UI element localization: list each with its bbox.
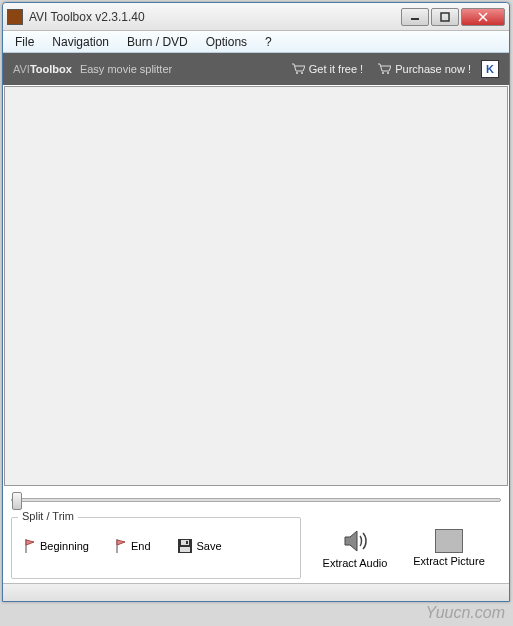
menu-burn-dvd[interactable]: Burn / DVD [119,33,196,51]
get-free-link[interactable]: Get it free ! [291,63,363,75]
menu-options[interactable]: Options [198,33,255,51]
statusbar [3,583,509,601]
kc-logo-icon[interactable]: K [481,60,499,78]
menubar: File Navigation Burn / DVD Options ? [3,31,509,53]
beginning-label: Beginning [40,540,89,552]
split-buttons: Beginning End Save [20,534,292,558]
menu-file[interactable]: File [7,33,42,51]
menu-navigation[interactable]: Navigation [44,33,117,51]
end-button[interactable]: End [111,535,155,557]
flag-icon [24,539,36,553]
close-icon [478,12,488,22]
window-controls [401,8,505,26]
app-icon [7,9,23,25]
speaker-icon [341,527,369,555]
svg-rect-12 [180,547,190,552]
timeline-slider-area [3,487,509,513]
maximize-button[interactable] [431,8,459,26]
save-label: Save [197,540,222,552]
svg-point-5 [301,72,303,74]
minimize-button[interactable] [401,8,429,26]
svg-point-4 [296,72,298,74]
beginning-button[interactable]: Beginning [20,535,93,557]
extract-picture-label: Extract Picture [413,555,485,567]
watermark: Yuucn.com [426,604,505,622]
bottom-panel: Split / Trim Beginning End Save Extract … [3,513,509,583]
timeline-slider[interactable] [11,498,501,502]
slider-thumb[interactable] [12,492,22,510]
get-free-label: Get it free ! [309,63,363,75]
purchase-label: Purchase now ! [395,63,471,75]
window-title: AVI Toolbox v2.3.1.40 [29,10,401,24]
titlebar: AVI Toolbox v2.3.1.40 [3,3,509,31]
close-button[interactable] [461,8,505,26]
split-trim-group: Split / Trim Beginning End Save [11,517,301,579]
flag-icon [115,539,127,553]
minimize-icon [410,12,420,22]
extract-audio-button[interactable]: Extract Audio [315,517,395,579]
extract-picture-button[interactable]: Extract Picture [409,517,489,579]
video-preview-area [4,86,508,486]
app-window: AVI Toolbox v2.3.1.40 File Navigation Bu… [2,2,510,602]
menu-help[interactable]: ? [257,33,280,51]
maximize-icon [440,12,450,22]
purchase-link[interactable]: Purchase now ! [377,63,471,75]
svg-rect-1 [441,13,449,21]
picture-icon [435,529,463,553]
brand-label: AVIToolbox [13,63,72,75]
tagline: Easy movie splitter [80,63,277,75]
svg-rect-13 [186,541,188,544]
svg-point-6 [382,72,384,74]
split-legend: Split / Trim [18,510,78,522]
promo-toolbar: AVIToolbox Easy movie splitter Get it fr… [3,53,509,85]
end-label: End [131,540,151,552]
cart-icon [291,63,305,75]
save-button[interactable]: Save [173,534,226,558]
cart-icon [377,63,391,75]
extract-audio-label: Extract Audio [323,557,388,569]
svg-point-7 [387,72,389,74]
floppy-disk-icon [177,538,193,554]
